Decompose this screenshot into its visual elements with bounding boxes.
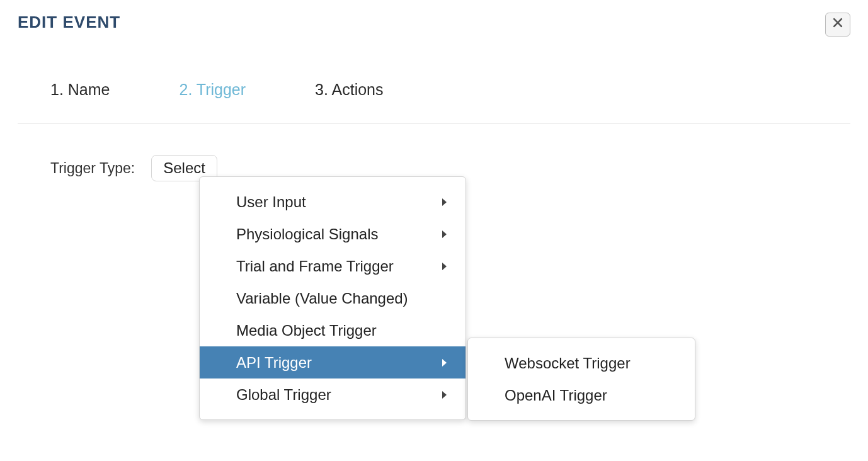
menu-item-label: Global Trigger bbox=[236, 386, 331, 404]
menu-item-label: Websocket Trigger bbox=[505, 355, 631, 372]
menu-item-physiological-signals[interactable]: Physiological Signals bbox=[200, 218, 465, 250]
menu-item-label: Trial and Frame Trigger bbox=[236, 258, 394, 275]
chevron-right-icon bbox=[442, 391, 447, 399]
trigger-type-dropdown: User Input Physiological Signals Trial a… bbox=[199, 176, 466, 420]
api-trigger-submenu: Websocket Trigger OpenAI Trigger bbox=[467, 338, 695, 421]
chevron-right-icon bbox=[442, 198, 447, 206]
submenu-item-openai-trigger[interactable]: OpenAI Trigger bbox=[468, 379, 695, 411]
divider bbox=[18, 123, 850, 123]
menu-item-trial-frame-trigger[interactable]: Trial and Frame Trigger bbox=[200, 250, 465, 282]
close-button[interactable] bbox=[825, 13, 850, 37]
step-actions[interactable]: 3. Actions bbox=[315, 81, 383, 99]
close-icon bbox=[831, 16, 844, 33]
step-name[interactable]: 1. Name bbox=[50, 81, 110, 99]
step-trigger[interactable]: 2. Trigger bbox=[179, 81, 246, 99]
menu-item-api-trigger[interactable]: API Trigger bbox=[200, 346, 465, 378]
menu-item-user-input[interactable]: User Input bbox=[200, 186, 465, 218]
wizard-steps: 1. Name 2. Trigger 3. Actions bbox=[50, 81, 850, 99]
menu-item-label: Physiological Signals bbox=[236, 225, 378, 243]
menu-item-global-trigger[interactable]: Global Trigger bbox=[200, 378, 465, 411]
chevron-right-icon bbox=[442, 230, 447, 238]
trigger-type-label: Trigger Type: bbox=[50, 160, 135, 177]
menu-item-label: Media Object Trigger bbox=[236, 322, 377, 339]
submenu-item-websocket-trigger[interactable]: Websocket Trigger bbox=[468, 347, 695, 379]
menu-item-variable-value-changed[interactable]: Variable (Value Changed) bbox=[200, 282, 465, 314]
chevron-right-icon bbox=[442, 359, 447, 367]
menu-item-label: OpenAI Trigger bbox=[505, 387, 607, 404]
chevron-right-icon bbox=[442, 263, 447, 270]
menu-item-label: API Trigger bbox=[236, 354, 312, 372]
menu-item-label: Variable (Value Changed) bbox=[236, 290, 408, 307]
page-title: EDIT EVENT bbox=[18, 13, 120, 32]
menu-item-media-object-trigger[interactable]: Media Object Trigger bbox=[200, 314, 465, 346]
menu-item-label: User Input bbox=[236, 193, 306, 211]
